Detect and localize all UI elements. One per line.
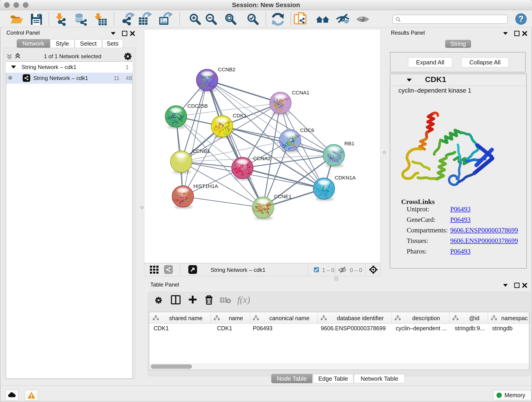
svg-text:CCNB1: CCNB1 xyxy=(192,148,210,154)
svg-text:CCNA1: CCNA1 xyxy=(292,90,309,96)
svg-text:RB1: RB1 xyxy=(344,141,355,147)
svg-text:CDC25B: CDC25B xyxy=(187,103,208,109)
svg-text:CCNE1: CCNE1 xyxy=(274,194,291,199)
svg-text:CDK1: CDK1 xyxy=(233,113,247,119)
svg-text:CCNB2: CCNB2 xyxy=(218,67,235,72)
svg-text:CCNA2: CCNA2 xyxy=(253,156,271,161)
svg-text:HIST1H1A: HIST1H1A xyxy=(193,183,218,189)
svg-text:CDC6: CDC6 xyxy=(300,128,314,133)
svg-text:CDKN1A: CDKN1A xyxy=(335,175,355,181)
